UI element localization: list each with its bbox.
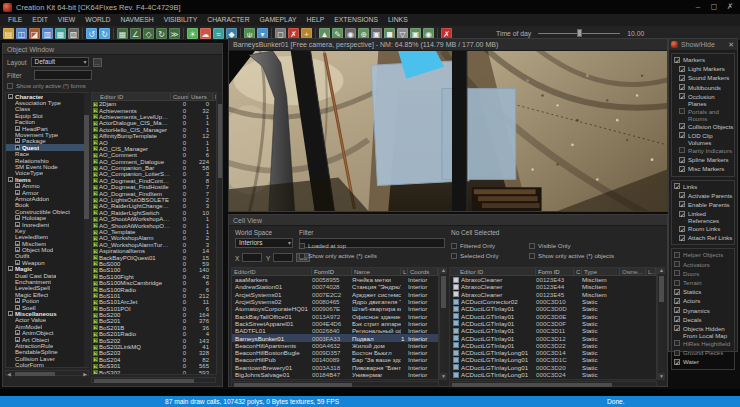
object-list-vertical-scrollbar[interactable] — [216, 92, 222, 375]
show-hide-item-links[interactable]: ✓Links — [674, 182, 734, 191]
collapse-minus-icon[interactable]: - — [8, 94, 13, 99]
object-row[interactable]: ?AO_Template01 — [92, 229, 221, 235]
menu-world[interactable]: WORLD — [80, 14, 115, 26]
object-row[interactable]: ?BoS3020593 — [92, 369, 221, 375]
collapse-minus-icon[interactable]: - — [8, 311, 13, 316]
expand-plus-icon[interactable]: + — [15, 145, 20, 150]
reference-row[interactable]: ACDuctLGTInlay01000C3D0EStatic — [450, 312, 656, 319]
visible-only-checkbox[interactable] — [529, 243, 535, 249]
save-plugin-icon[interactable]: ◫ — [16, 28, 27, 39]
show-hide-item-linked-references[interactable]: ✓Linked References — [679, 209, 734, 224]
column-header-count[interactable]: Count — [171, 93, 189, 101]
menu-character[interactable]: CHARACTER — [202, 14, 254, 26]
scroll-up-icon[interactable]: ▲ — [658, 267, 665, 274]
checkbox-checked-icon[interactable]: ✓ — [679, 84, 685, 90]
tree-horizontal-scrollbar[interactable]: ◀ ▶ — [5, 370, 89, 376]
show-hide-item-multibounds[interactable]: ✓Multibounds — [679, 83, 734, 92]
cell-view-icon[interactable]: ▦ — [55, 28, 66, 39]
collapse-minus-icon[interactable]: - — [8, 266, 13, 271]
object-row[interactable]: ?AO_Comment06 — [92, 152, 221, 158]
world-space-select[interactable]: Interiors ▾ — [235, 238, 293, 248]
object-row[interactable]: ?BoS204082 — [92, 357, 221, 363]
reference-list-vertical-scrollbar[interactable]: ▲ ▼ — [657, 267, 664, 380]
object-row[interactable]: ?AO_Dogmeat_FindContainer08 — [92, 178, 221, 184]
column-header-editor-id[interactable]: Editor ID — [450, 268, 536, 276]
object-row[interactable]: ?AO_Comment_Dialogue0224 — [92, 159, 221, 165]
time-of-day-slider[interactable] — [538, 28, 620, 38]
local-rotation-icon[interactable]: ↻ — [156, 28, 167, 39]
expand-plus-icon[interactable]: + — [15, 305, 20, 310]
checkbox-checked-icon[interactable]: ✓ — [674, 289, 680, 295]
close-button[interactable]: ✗ — [722, 0, 738, 14]
cell-row-aaamarkers[interactable]: aaaMarkers00058955Ячейка меткиInterior — [232, 276, 438, 283]
materials-icon[interactable]: ▥ — [42, 28, 53, 39]
snap-to-connect-points-icon[interactable]: ◇ — [143, 28, 154, 39]
show-only-active-cells-checkbox[interactable] — [299, 253, 305, 259]
cell-row-beaconhillpub[interactable]: BeaconHillPub00140089Бар "За ваше здоров… — [232, 356, 438, 363]
checkbox-checked-icon[interactable]: ✓ — [679, 211, 685, 217]
object-row[interactable]: ?BoS201Radio04 — [92, 331, 221, 337]
expand-plus-icon[interactable]: + — [15, 241, 20, 246]
object-row[interactable]: ?AO01 — [92, 139, 221, 145]
show-hide-item-statics[interactable]: ✓Statics — [674, 287, 734, 296]
expand-plus-icon[interactable]: + — [15, 330, 20, 335]
reference-row[interactable]: AbraxoCleaner00123E45MiscItem — [450, 291, 656, 298]
column-header-owne[interactable]: Owne... — [620, 268, 646, 276]
column-header-type[interactable]: Type — [582, 268, 620, 276]
checkbox-checked-icon[interactable]: ✓ — [679, 226, 685, 232]
scroll-right-icon[interactable]: ▶ — [83, 371, 87, 377]
show-hide-item-objects-hidden-from-local-map[interactable]: ✓Objects Hidden From Local Map — [674, 324, 734, 339]
show-only-active-objects-checkbox[interactable] — [529, 253, 535, 259]
show-hide-item-markers[interactable]: ✓Markers — [674, 55, 734, 64]
object-row[interactable]: ?BoS100Fight043 — [92, 274, 221, 280]
reference-row[interactable]: ACDuctLGTInlay01000C3D22Static — [450, 342, 656, 349]
scrollbar-thumb[interactable] — [234, 383, 352, 387]
object-row[interactable]: ?BoS100MiscCambridge06 — [92, 280, 221, 286]
checkbox-checked-icon[interactable]: ✓ — [679, 123, 685, 129]
object-row[interactable]: ?AO_Companion_LoiterSearch03 — [92, 171, 221, 177]
checkbox-checked-icon[interactable]: ✓ — [674, 57, 680, 63]
object-row[interactable]: ?BoS101ArcJet011 — [92, 299, 221, 305]
scrollbar-thumb[interactable] — [218, 104, 222, 178]
object-row[interactable]: ?BoS1000140 — [92, 267, 221, 273]
object-row[interactable]: ?Achievements032 — [92, 107, 221, 113]
show-hide-item-helper-objects[interactable]: Helper Objects — [674, 250, 734, 259]
cell-row-beaconhillbostonbugle[interactable]: BeaconHillBostonBugle0009D357Бостон Бьюг… — [232, 349, 438, 356]
expand-plus-icon[interactable]: + — [15, 222, 20, 227]
column-header-c[interactable]: C — [574, 268, 582, 276]
loaded-at-top-checkbox[interactable] — [299, 243, 305, 249]
menu-gameplay[interactable]: GAMEPLAY — [255, 14, 302, 26]
reference-row[interactable]: ACDuctLGTInlayLong01000C3D14Static — [450, 349, 656, 356]
object-row[interactable]: ?BackBayPOIQuest01015 — [92, 254, 221, 260]
minimize-button[interactable]: – — [690, 0, 706, 14]
menu-links[interactable]: LINKS — [383, 14, 413, 26]
column-header-l[interactable]: L — [401, 268, 408, 276]
object-row[interactable]: ?AO_LightsOutOBSOLETE02 — [92, 197, 221, 203]
show-hide-item-terrain[interactable]: Terrain — [674, 278, 734, 287]
show-hide-item-light-markers[interactable]: ✓Light Markers — [679, 64, 734, 73]
object-row[interactable]: ?2Djam00 — [92, 101, 221, 107]
column-header-l[interactable]: L... — [646, 268, 656, 276]
cell-row-beaconhillapartments[interactable]: BeaconHillApartments000A4632Жилой домInt… — [232, 342, 438, 349]
object-row[interactable]: ?ActorDialogue_CIS_Manager01 — [92, 120, 221, 126]
snap-to-grid-icon[interactable]: ▦ — [117, 28, 128, 39]
scrollbar-thumb[interactable] — [452, 383, 612, 387]
checkbox-unchecked-icon[interactable] — [674, 261, 680, 267]
checkbox-checked-icon[interactable]: ✓ — [679, 235, 685, 241]
menu-edit[interactable]: EDIT — [27, 14, 52, 26]
object-window-icon[interactable]: ▧ — [68, 28, 79, 39]
checkbox-checked-icon[interactable]: ✓ — [674, 307, 680, 313]
version-control-icon[interactable]: ◪ — [29, 28, 40, 39]
object-row[interactable]: ?AO_ShootAtWorkshopArtillery01 — [92, 216, 221, 222]
selected-only-checkbox[interactable] — [451, 253, 457, 259]
checkbox-checked-icon[interactable]: ✓ — [679, 201, 685, 207]
object-row[interactable]: ?BoS1010212 — [92, 293, 221, 299]
scene-lights-icon[interactable]: ☀ — [187, 28, 198, 39]
show-hide-item-activators[interactable]: Activators — [674, 260, 734, 269]
redo-icon[interactable]: ↻ — [99, 28, 110, 39]
show-hide-item-rarity-indicators[interactable]: Rarity Indicators — [679, 146, 734, 155]
show-hide-item-portals-and-rooms[interactable]: Portals and Rooms — [679, 107, 734, 122]
show-hide-item-occlusion-planes[interactable]: ✓Occlusion Planes — [679, 92, 734, 107]
column-header-formid[interactable]: FormID — [312, 268, 352, 276]
show-only-active-forms-checkbox[interactable] — [7, 83, 13, 89]
